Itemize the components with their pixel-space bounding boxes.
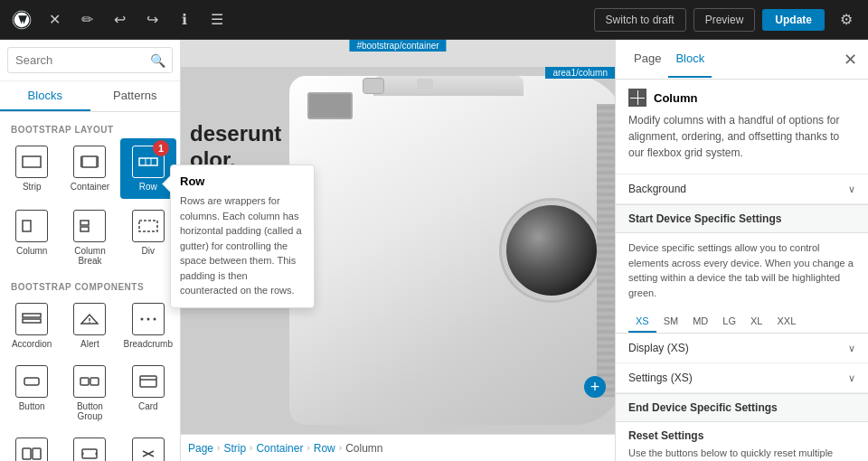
block-item-card-group[interactable]: Card Group	[4, 430, 60, 461]
settings-button[interactable]: ⚙	[832, 5, 861, 34]
settings-xs-section: Settings (XS) ∨	[616, 363, 868, 393]
breadcrumb-page[interactable]: Page	[188, 442, 213, 455]
right-panel-header: Page Block ✕	[616, 40, 868, 80]
div-icon	[132, 210, 165, 242]
block-item-column[interactable]: Column	[4, 202, 60, 273]
background-header[interactable]: Background ∨	[616, 174, 868, 203]
add-block-button[interactable]: +	[584, 376, 606, 398]
tab-patterns[interactable]: Patterns	[90, 81, 181, 111]
svg-rect-19	[24, 378, 39, 385]
search-input[interactable]	[7, 47, 173, 73]
search-bar: 🔍	[0, 40, 180, 81]
reset-title: Reset Settings	[616, 422, 868, 446]
column-block-title: Column	[654, 91, 697, 105]
menu-button[interactable]: ☰	[203, 5, 231, 34]
svg-rect-10	[80, 227, 89, 231]
block-item-carousel[interactable]: Carousel	[61, 430, 118, 461]
block-item-breadcrumb[interactable]: Breadcrumb	[120, 296, 176, 356]
block-list: BOOTSTRAP LAYOUT Strip Container	[0, 112, 180, 461]
redo-button[interactable]: ↪	[137, 5, 166, 34]
breadcrumb-column[interactable]: Column	[345, 442, 382, 455]
svg-rect-26	[82, 449, 97, 458]
switch-draft-button[interactable]: Switch to draft	[594, 8, 686, 32]
device-tab-lg[interactable]: LG	[715, 311, 743, 333]
block-item-accordion[interactable]: Accordion	[4, 296, 60, 356]
svg-marker-27	[82, 452, 84, 456]
svg-rect-3	[80, 156, 81, 167]
button-group-label: Button Group	[65, 401, 114, 421]
right-tab-page[interactable]: Page	[627, 41, 668, 78]
device-tab-sm[interactable]: SM	[656, 311, 686, 333]
device-tab-xs[interactable]: XS	[628, 311, 656, 333]
tab-blocks[interactable]: Blocks	[0, 81, 90, 111]
sep3: ›	[307, 443, 309, 453]
column-block-icon-box	[628, 89, 646, 107]
display-xs-section: Display (XS) ∨	[616, 334, 868, 363]
display-xs-title: Display (XS)	[628, 342, 689, 354]
svg-rect-21	[90, 378, 99, 385]
device-tabs: XS SM MD LG XL XXL	[616, 307, 868, 334]
alert-label: Alert	[80, 339, 99, 349]
block-item-alert[interactable]: Alert	[61, 296, 118, 356]
breadcrumb-row[interactable]: Row	[314, 442, 335, 455]
component-block-grid: Accordion Alert Breadcrumb	[4, 296, 176, 461]
svg-rect-24	[23, 448, 31, 459]
block-item-strip[interactable]: Strip	[4, 138, 60, 199]
right-panel-close[interactable]: ✕	[844, 50, 857, 70]
card-label: Card	[138, 401, 158, 411]
block-top-label: #bootstrap/container	[349, 40, 446, 52]
button-block-label: Button	[19, 401, 45, 411]
column-break-icon	[73, 210, 106, 242]
display-xs-chevron: ∨	[848, 343, 855, 354]
column-break-label: Column Break	[65, 246, 114, 266]
undo-button[interactable]: ↩	[105, 5, 134, 34]
preview-button[interactable]: Preview	[693, 8, 756, 32]
strip-icon	[15, 146, 48, 178]
right-panel-content: Column Modify columns with a handful of …	[616, 80, 868, 461]
block-item-collapse[interactable]: Collapse	[120, 430, 176, 461]
svg-rect-5	[139, 158, 157, 165]
column-block-description: Modify columns with a handful of options…	[628, 112, 855, 161]
edit-button[interactable]: ✏	[72, 5, 101, 34]
tooltip-title: Row	[180, 174, 305, 188]
svg-rect-4	[98, 156, 99, 167]
svg-point-18	[153, 318, 156, 321]
toolbar: ✕ ✏ ↩ ↪ ℹ ☰ Switch to draft Preview Upda…	[0, 0, 868, 40]
block-item-container[interactable]: Container	[61, 138, 118, 199]
breadcrumb-container[interactable]: Container	[256, 442, 303, 455]
block-item-button-group[interactable]: Button Group	[61, 358, 118, 428]
close-editor-button[interactable]: ✕	[40, 5, 69, 34]
block-item-column-break[interactable]: Column Break	[61, 202, 118, 273]
svg-rect-25	[33, 448, 41, 459]
accordion-icon	[15, 303, 48, 335]
block-item-div[interactable]: Div	[120, 202, 176, 273]
reset-settings-section: Reset Settings Use the buttons below to …	[616, 422, 868, 461]
update-button[interactable]: Update	[762, 9, 825, 31]
wp-logo[interactable]	[7, 5, 36, 34]
tooltip-body: Rows are wrappers for columns. Each colu…	[180, 193, 305, 298]
svg-rect-13	[23, 319, 41, 323]
block-item-card[interactable]: Card	[120, 358, 176, 428]
panel-tabs: Blocks Patterns	[0, 81, 180, 112]
display-xs-header[interactable]: Display (XS) ∨	[616, 334, 868, 362]
right-tab-block[interactable]: Block	[668, 41, 712, 78]
start-device-header: Start Device Specific Settings	[616, 204, 868, 233]
settings-xs-header[interactable]: Settings (XS) ∨	[616, 363, 868, 392]
background-title: Background	[628, 183, 686, 195]
reset-description: Use the buttons below to quickly reset m…	[616, 446, 868, 461]
breadcrumb-block-label: Breadcrumb	[124, 339, 173, 349]
device-tab-xl[interactable]: XL	[743, 311, 769, 333]
main-layout: 🔍 Blocks Patterns BOOTSTRAP LAYOUT Strip	[0, 40, 868, 461]
device-tab-md[interactable]: MD	[685, 311, 715, 333]
svg-marker-28	[95, 452, 97, 456]
row-label: Row	[139, 182, 157, 192]
breadcrumb-strip[interactable]: Strip	[223, 442, 246, 455]
search-icon: 🔍	[150, 53, 165, 68]
button-group-icon	[73, 365, 106, 398]
block-item-button[interactable]: Button	[4, 358, 60, 428]
collapse-icon	[132, 437, 165, 461]
info-button[interactable]: ℹ	[170, 5, 199, 34]
device-tab-xxl[interactable]: XXL	[769, 311, 803, 333]
background-chevron: ∨	[848, 183, 855, 195]
layout-block-grid-1: Strip Container 1 Row	[4, 138, 176, 199]
